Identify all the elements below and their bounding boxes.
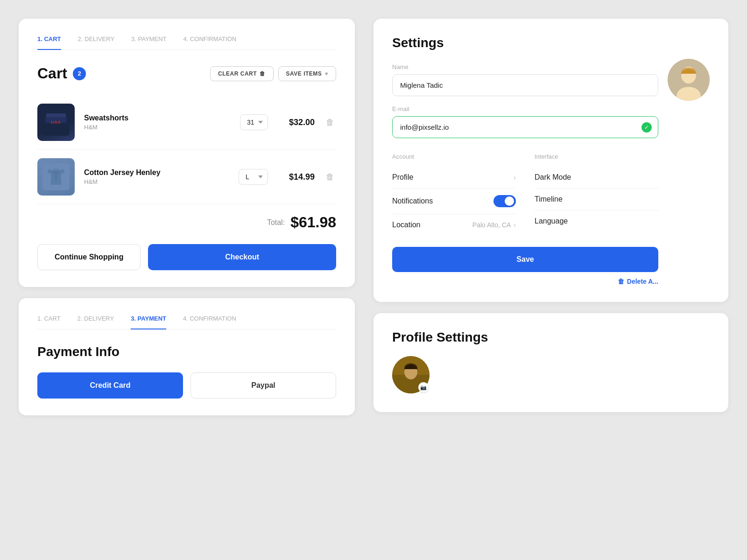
heart-icon: ♥ xyxy=(324,70,328,77)
payment-tabs: Credit Card Paypal xyxy=(37,372,336,399)
clear-cart-button[interactable]: CLEAR CART 🗑 xyxy=(210,66,274,81)
delete-account-label: Delete A... xyxy=(627,278,658,285)
notifications-label: Notifications xyxy=(392,197,433,205)
svg-text:USA: USA xyxy=(51,120,61,125)
credit-card-tab[interactable]: Credit Card xyxy=(37,372,183,399)
paypal-tab[interactable]: Paypal xyxy=(190,372,336,399)
avatar-image xyxy=(668,59,710,101)
pay-stepper-delivery[interactable]: 2. DELIVERY xyxy=(78,315,114,329)
location-right: Palo Alto, CA › xyxy=(472,221,516,229)
location-chevron: › xyxy=(514,221,516,229)
timeline-menu-item[interactable]: Timeline xyxy=(535,189,658,210)
language-menu-item[interactable]: Language xyxy=(535,210,658,232)
item-image-shirt xyxy=(37,158,75,196)
settings-avatar xyxy=(668,59,710,101)
profile-settings-title: Profile Settings xyxy=(392,330,710,345)
save-items-button[interactable]: SAVE ITEMS ♥ xyxy=(278,66,336,81)
cart-item: Cotton Jersey Henley H&M L XS S M XL $14… xyxy=(37,150,336,204)
item-name-shorts: Sweatshorts xyxy=(84,114,231,122)
save-button[interactable]: Save xyxy=(392,247,658,272)
settings-avatar-wrap xyxy=(668,59,710,101)
name-input[interactable] xyxy=(392,74,658,96)
cart-actions: CLEAR CART 🗑 SAVE ITEMS ♥ xyxy=(210,66,336,81)
total-amount: $61.98 xyxy=(290,214,336,231)
location-menu-item[interactable]: Location Palo Alto, CA › xyxy=(392,214,516,236)
qty-select-shorts[interactable]: 31 1 2 xyxy=(240,114,268,130)
delete-item-shorts[interactable]: 🗑 xyxy=(324,116,336,129)
location-value: Palo Alto, CA xyxy=(472,221,511,229)
item-brand-shorts: H&M xyxy=(84,124,231,131)
profile-settings-card: Profile Settings 📷 xyxy=(374,313,728,412)
email-input-wrap: ✓ xyxy=(392,116,658,138)
interface-label: Interface xyxy=(535,153,658,160)
cart-card: 1. CART 2. DELIVERY 3. PAYMENT 4. CONFIR… xyxy=(19,19,355,287)
checkout-button[interactable]: Checkout xyxy=(148,244,336,270)
timeline-label: Timeline xyxy=(535,195,563,203)
location-label: Location xyxy=(392,221,421,229)
settings-title: Settings xyxy=(392,35,658,50)
item-price-shirt: $14.99 xyxy=(277,172,315,182)
settings-form: Name E-mail ✓ xyxy=(392,63,658,147)
clear-cart-label: CLEAR CART xyxy=(218,70,257,77)
cart-footer: Continue Shopping Checkout xyxy=(37,244,336,270)
notifications-toggle[interactable] xyxy=(493,195,516,207)
toggle-knob xyxy=(505,196,514,206)
name-label: Name xyxy=(392,63,658,70)
svg-rect-1 xyxy=(46,113,66,117)
account-label: Account xyxy=(392,153,516,160)
notifications-menu-item[interactable]: Notifications xyxy=(392,189,516,214)
pay-stepper-confirmation[interactable]: 4. CONFIRMATION xyxy=(183,315,236,329)
delete-item-shirt[interactable]: 🗑 xyxy=(324,170,336,184)
payment-title: Payment Info xyxy=(37,344,336,359)
cart-total: Total: $61.98 xyxy=(37,204,336,235)
save-items-label: SAVE ITEMS xyxy=(286,70,322,77)
email-valid-check: ✓ xyxy=(641,122,652,133)
item-info-shirt: Cotton Jersey Henley H&M xyxy=(84,168,229,185)
profile-label: Profile xyxy=(392,173,413,182)
profile-chevron: › xyxy=(514,174,516,181)
profile-menu-item[interactable]: Profile › xyxy=(392,167,516,189)
email-field-group: E-mail ✓ xyxy=(392,105,658,138)
stepper-cart[interactable]: 1. CART xyxy=(37,35,61,50)
cart-items-list: USA Sweatshorts H&M 31 1 2 $32.00 🗑 xyxy=(37,95,336,204)
settings-sections: Account Profile › Notifications xyxy=(392,151,658,236)
total-label: Total: xyxy=(267,218,285,227)
delete-account-button[interactable]: 🗑 Delete A... xyxy=(392,278,658,285)
settings-top-row: Name E-mail ✓ xyxy=(392,63,658,147)
cart-item: USA Sweatshorts H&M 31 1 2 $32.00 🗑 xyxy=(37,95,336,150)
cart-badge: 2 xyxy=(73,67,86,80)
interface-section: Interface Dark Mode Timeline Language xyxy=(535,151,658,236)
stepper-delivery[interactable]: 2. DELIVERY xyxy=(78,35,115,50)
pay-stepper-cart[interactable]: 1. CART xyxy=(37,315,61,329)
dark-mode-label: Dark Mode xyxy=(535,173,571,182)
cart-title: Cart xyxy=(37,65,67,82)
item-info-shorts: Sweatshorts H&M xyxy=(84,114,231,131)
account-section: Account Profile › Notifications xyxy=(392,151,516,236)
qty-select-shirt[interactable]: L XS S M XL xyxy=(239,169,268,185)
camera-icon[interactable]: 📷 xyxy=(418,382,429,392)
delete-trash-icon: 🗑 xyxy=(618,278,624,285)
stepper-confirmation[interactable]: 4. CONFIRMATION xyxy=(183,35,236,50)
payment-card: 1. CART 2. DELIVERY 3. PAYMENT 4. CONFIR… xyxy=(19,298,355,415)
profile-avatar-wrap: 📷 xyxy=(392,356,430,393)
cart-header: Cart 2 CLEAR CART 🗑 SAVE ITEMS ♥ xyxy=(37,65,336,82)
continue-shopping-button[interactable]: Continue Shopping xyxy=(37,244,141,270)
payment-stepper: 1. CART 2. DELIVERY 3. PAYMENT 4. CONFIR… xyxy=(37,315,336,329)
item-name-shirt: Cotton Jersey Henley xyxy=(84,168,229,177)
email-input[interactable] xyxy=(392,116,658,138)
name-field-group: Name xyxy=(392,63,658,96)
language-label: Language xyxy=(535,217,568,225)
cart-stepper: 1. CART 2. DELIVERY 3. PAYMENT 4. CONFIR… xyxy=(37,35,336,50)
email-label: E-mail xyxy=(392,105,658,112)
item-price-shorts: $32.00 xyxy=(277,118,315,127)
trash-icon: 🗑 xyxy=(260,70,266,77)
pay-stepper-payment[interactable]: 3. PAYMENT xyxy=(131,315,166,329)
stepper-payment[interactable]: 3. PAYMENT xyxy=(131,35,166,50)
item-qty-shorts: 31 1 2 xyxy=(240,114,268,130)
item-brand-shirt: H&M xyxy=(84,178,229,185)
item-qty-shirt: L XS S M XL xyxy=(239,169,268,185)
item-image-shorts: USA xyxy=(37,104,75,141)
cart-title-wrap: Cart 2 xyxy=(37,65,86,82)
dark-mode-menu-item[interactable]: Dark Mode xyxy=(535,167,658,189)
settings-card: Settings Name E-mail ✓ xyxy=(374,19,728,302)
